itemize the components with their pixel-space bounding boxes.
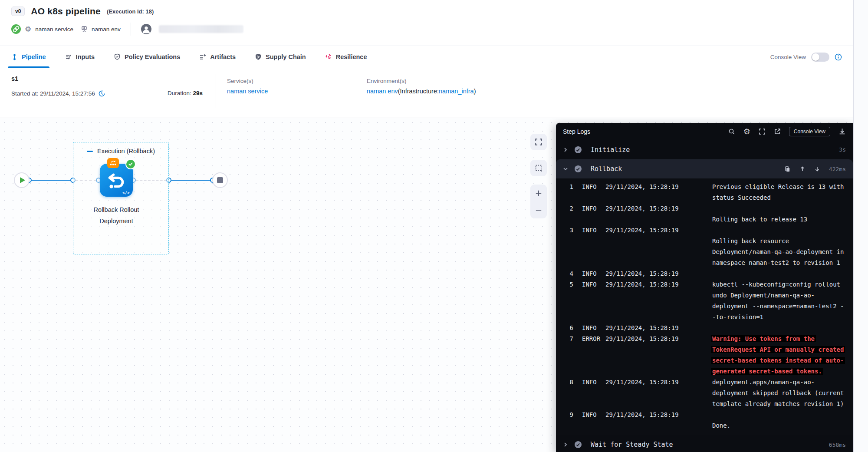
tab-label: Policy Evaluations: [125, 53, 180, 60]
chevron-right-icon[interactable]: [563, 147, 574, 152]
log-level: INFO: [573, 409, 605, 420]
execution-rollback-group[interactable]: Execution (Rollback): [73, 142, 169, 254]
log-settings-gear-icon[interactable]: ⚙: [743, 128, 750, 135]
success-check-icon: [125, 159, 136, 169]
step-success-icon: [574, 146, 591, 154]
header-env-name[interactable]: naman env: [92, 26, 121, 33]
log-message: deployment --namespace=naman-test2 -: [712, 301, 847, 312]
scroll-up-icon[interactable]: [799, 166, 806, 172]
log-message: deployment skipped rollback (current: [712, 388, 847, 399]
header-service-name[interactable]: naman service: [35, 26, 73, 33]
chevron-down-icon[interactable]: [563, 166, 574, 172]
log-message: Done.: [712, 420, 847, 431]
log-message: secret-based tokens instead of auto-: [712, 355, 847, 366]
tab-pipeline[interactable]: Pipeline: [11, 46, 46, 68]
log-message: [712, 203, 847, 214]
expand-fullscreen-icon[interactable]: [759, 128, 766, 135]
tab-policy-evaluations[interactable]: Policy Evaluations: [114, 46, 180, 68]
log-row: 4INFO29/11/2024, 15:28:19: [556, 268, 853, 279]
info-icon[interactable]: [835, 53, 842, 61]
log-output[interactable]: 1INFO29/11/2024, 15:28:19Previous eligib…: [556, 178, 853, 435]
tab-artifacts[interactable]: Artifacts: [199, 46, 236, 68]
end-node[interactable]: [212, 172, 228, 188]
log-timestamp: [605, 301, 712, 312]
open-in-new-icon[interactable]: [774, 128, 781, 135]
log-line-number: [562, 214, 573, 225]
log-level: [573, 192, 605, 203]
log-row: Deployment/naman-qa-ao-deployment in: [556, 247, 853, 257]
start-node[interactable]: [14, 172, 30, 188]
environments-label: Environment(s): [367, 78, 476, 84]
duration-value: 29s: [193, 90, 203, 96]
log-section-wait-steady-state[interactable]: Wait for Steady State 658ms: [556, 435, 853, 452]
log-row: Done.: [556, 420, 853, 431]
log-line-number: 8: [562, 377, 573, 388]
log-line-number: [562, 236, 573, 247]
log-row: 7ERROR29/11/2024, 15:28:19Warning: Use t…: [556, 333, 853, 344]
log-level: INFO: [573, 323, 605, 333]
group-label: Execution (Rollback): [97, 148, 155, 155]
zoom-controls: [530, 185, 547, 218]
stage-name[interactable]: s1: [11, 75, 18, 82]
log-timestamp: 29/11/2024, 15:28:19: [605, 279, 712, 290]
service-link[interactable]: naman service: [227, 88, 268, 95]
history-icon[interactable]: [98, 90, 105, 97]
log-section-initialize[interactable]: Initialize 3s: [556, 140, 853, 159]
log-line-number: [562, 312, 573, 323]
scroll-down-icon[interactable]: [814, 166, 820, 172]
zoom-out-button[interactable]: [530, 201, 547, 218]
multi-select-button[interactable]: [530, 160, 547, 176]
log-row: deployment skipped rollback (current: [556, 388, 853, 399]
search-icon[interactable]: [728, 128, 735, 135]
log-message: Previous eligible Release is 13 with: [712, 181, 847, 192]
console-view-button[interactable]: Console View: [789, 127, 830, 136]
environment-link[interactable]: naman env: [367, 88, 398, 95]
log-level: [573, 388, 605, 399]
page-scroll-gutter[interactable]: [853, 0, 868, 452]
tab-supply-chain[interactable]: Supply Chain: [255, 46, 306, 68]
log-timestamp: [605, 399, 712, 409]
console-view-toggle[interactable]: [811, 53, 829, 62]
log-line-number: [562, 366, 573, 377]
log-section-rollback[interactable]: Rollback 422ms: [556, 159, 853, 178]
chevron-right-icon[interactable]: [563, 442, 574, 447]
version-badge[interactable]: v0: [11, 7, 25, 16]
node-label: Rollback Rollout Deployment: [77, 204, 155, 227]
log-level: [573, 236, 605, 247]
zoom-in-button[interactable]: [530, 185, 547, 201]
log-timestamp: 29/11/2024, 15:28:19: [605, 323, 712, 333]
log-line-number: [562, 388, 573, 399]
log-row: generated secret-based tokens.: [556, 366, 853, 377]
artifacts-icon: [199, 53, 206, 60]
log-level: [573, 214, 605, 225]
log-message: Warning: Use tokens from the: [712, 333, 847, 344]
log-message: Deployment/naman-qa-ao-deployment in: [712, 247, 847, 257]
execution-header: v0 AO k8s pipeline (Execution Id: 18) ⚙ …: [0, 0, 853, 46]
log-message: [712, 268, 847, 279]
log-row: 5INFO29/11/2024, 15:28:19kubectl --kubec…: [556, 279, 853, 290]
infrastructure-prefix: (Infrastructure:: [398, 88, 439, 95]
duration-label: Duration:: [168, 90, 191, 96]
stage-summary: s1 Started at: 29/11/2024, 15:27:56 Dura…: [0, 68, 853, 118]
tab-resilience[interactable]: Resilience: [325, 46, 367, 68]
log-message: [712, 323, 847, 333]
log-level: [573, 355, 605, 366]
group-collapse-header[interactable]: Execution (Rollback): [73, 148, 168, 155]
pipeline-canvas[interactable]: Execution (Rollback) </> Rollback Rollou…: [0, 118, 853, 452]
log-line-number: [562, 355, 573, 366]
log-message: generated secret-based tokens.: [712, 366, 847, 377]
log-line-number: 6: [562, 323, 573, 333]
copy-logs-icon[interactable]: [784, 166, 791, 172]
log-line-number: [562, 420, 573, 431]
log-line-number: [562, 192, 573, 203]
cd-module-icon: [11, 24, 21, 34]
tab-inputs[interactable]: Inputs: [65, 46, 95, 68]
fullscreen-button[interactable]: [530, 134, 547, 150]
log-message: deployment.apps/naman-qa-ao-: [712, 377, 847, 388]
collapse-icon[interactable]: [87, 151, 93, 152]
log-message: [712, 409, 847, 420]
download-logs-icon[interactable]: [838, 128, 846, 135]
infrastructure-link[interactable]: naman_infra: [439, 88, 474, 95]
log-row: status Succeeded: [556, 192, 853, 203]
execution-id: (Execution Id: 18): [107, 8, 154, 15]
